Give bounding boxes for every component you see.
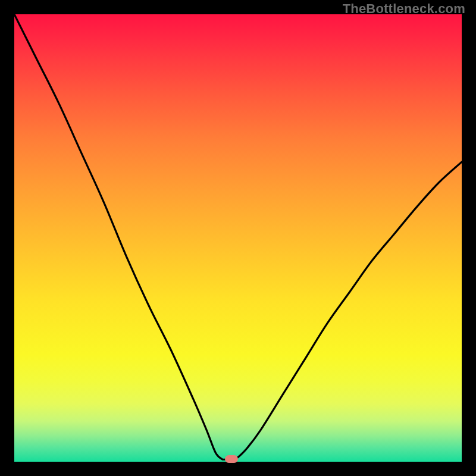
plot-area (14, 14, 462, 462)
chart-frame: TheBottleneck.com (0, 0, 476, 476)
watermark-text: TheBottleneck.com (343, 1, 465, 17)
optimum-marker (225, 455, 238, 463)
valley-curve (14, 14, 462, 459)
chart-svg (14, 14, 462, 462)
